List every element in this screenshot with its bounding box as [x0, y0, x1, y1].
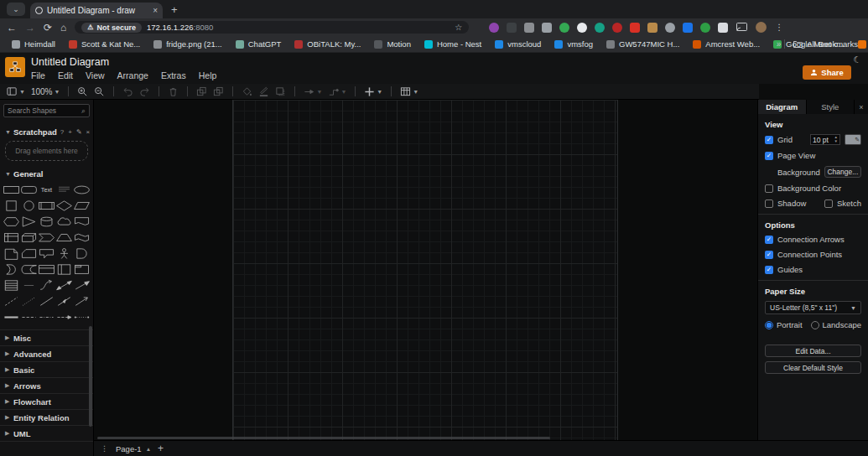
- shape-search[interactable]: ⌕: [3, 104, 90, 117]
- shape-curve[interactable]: [38, 278, 55, 293]
- scratchpad-header[interactable]: ▼ Scratchpad ? + ✎ ×: [0, 124, 93, 139]
- bookmark-item[interactable]: Amcrest Web...: [688, 38, 765, 51]
- shape-cloud[interactable]: [55, 215, 73, 229]
- spinner-arrows[interactable]: ▲▼: [834, 136, 838, 144]
- redo-button[interactable]: [139, 86, 150, 97]
- profile-avatar[interactable]: [756, 22, 767, 33]
- not-secure-badge[interactable]: ⚠ Not secure: [81, 23, 142, 33]
- portrait-radio[interactable]: [765, 321, 773, 329]
- section-advanced[interactable]: ▶Advanced: [0, 346, 93, 362]
- extension-icon[interactable]: [683, 23, 693, 33]
- bookmark-item[interactable]: fridge.png (21...: [148, 38, 227, 51]
- tab-style[interactable]: Style: [807, 100, 855, 114]
- shape-dotted-link[interactable]: [73, 310, 91, 324]
- shape-callout[interactable]: [38, 246, 55, 261]
- shape-arrow[interactable]: [73, 278, 91, 293]
- extension-icon[interactable]: [542, 23, 552, 33]
- shape-process[interactable]: [38, 199, 55, 213]
- shape-bold-link[interactable]: [3, 310, 20, 324]
- section-entity-relation[interactable]: ▶Entity Relation: [0, 410, 93, 426]
- connection-arrows-checkbox[interactable]: ✓: [765, 236, 773, 244]
- extension-icon[interactable]: [700, 23, 710, 33]
- shape-dashed-link[interactable]: [20, 310, 38, 324]
- shape-and[interactable]: [3, 262, 20, 277]
- menu-file[interactable]: File: [31, 70, 45, 80]
- grid-size-input[interactable]: 10 pt ▲▼: [810, 134, 840, 145]
- bookmark-item[interactable]: Home - Nest: [419, 38, 486, 51]
- shape-document[interactable]: [73, 215, 91, 229]
- bookmark-item[interactable]: Scott & Kat Ne...: [64, 38, 145, 51]
- shadow-checkbox[interactable]: [765, 200, 773, 208]
- address-bar[interactable]: ⚠ Not secure 172.16.1.226:8080 ☆: [75, 21, 469, 34]
- pages-menu-icon[interactable]: ⋮: [101, 444, 109, 453]
- cast-icon[interactable]: [736, 23, 747, 32]
- add-page-button[interactable]: +: [158, 443, 164, 454]
- insert-button[interactable]: ▼: [364, 86, 382, 97]
- section-uml[interactable]: ▶UML: [0, 426, 93, 442]
- shape-bidirectional-arrow[interactable]: [55, 278, 73, 293]
- view-button[interactable]: ▼: [7, 86, 25, 97]
- shape-link-arrow[interactable]: [55, 310, 73, 324]
- page-tab[interactable]: Page-1 ▲: [116, 444, 151, 453]
- page-view-checkbox[interactable]: ✓: [765, 152, 773, 160]
- shape-list-item[interactable]: [20, 278, 38, 293]
- shape-ellipse[interactable]: [73, 183, 91, 197]
- document-title[interactable]: Untitled Diagram: [31, 56, 109, 68]
- zoom-in-button[interactable]: [77, 86, 88, 97]
- back-icon[interactable]: ←: [7, 23, 17, 33]
- tab-search-button[interactable]: ⌄: [7, 3, 25, 16]
- landscape-radio[interactable]: [811, 321, 819, 329]
- shape-dotted-line[interactable]: [20, 294, 38, 308]
- section-misc[interactable]: ▶Misc: [0, 330, 93, 346]
- menu-view[interactable]: View: [86, 70, 105, 80]
- shape-directional-line[interactable]: [55, 294, 73, 308]
- add-icon[interactable]: +: [68, 128, 72, 136]
- fill-color-button[interactable]: [242, 86, 252, 97]
- shape-note[interactable]: [3, 246, 20, 261]
- close-icon[interactable]: ×: [86, 128, 91, 136]
- shape-thin-arrow[interactable]: [73, 294, 91, 308]
- horizontal-scrollbar[interactable]: [97, 437, 550, 439]
- to-front-button[interactable]: [196, 86, 207, 97]
- shape-step[interactable]: [38, 231, 55, 245]
- bookmark-item[interactable]: vmsfog: [549, 38, 598, 51]
- section-basic[interactable]: ▶Basic: [0, 362, 93, 378]
- help-icon[interactable]: ?: [60, 128, 64, 136]
- extension-icon[interactable]: [630, 23, 640, 33]
- shape-textbox[interactable]: [55, 183, 73, 197]
- bookmark-item[interactable]: Motion: [369, 38, 416, 51]
- tab-diagram[interactable]: Diagram: [758, 100, 807, 114]
- tab-close-icon[interactable]: ×: [153, 6, 158, 15]
- waypoint-style-button[interactable]: ▼: [328, 86, 346, 97]
- new-tab-button[interactable]: +: [171, 3, 178, 16]
- shape-rounded-rectangle[interactable]: [20, 183, 38, 197]
- shape-triangle[interactable]: [20, 215, 38, 229]
- menu-extras[interactable]: Extras: [161, 70, 186, 80]
- extension-icon[interactable]: [559, 23, 569, 33]
- extension-icon[interactable]: [577, 23, 587, 33]
- shape-line[interactable]: [38, 294, 55, 308]
- shape-vertical-container[interactable]: [55, 262, 73, 277]
- connection-style-button[interactable]: ▼: [304, 86, 322, 97]
- shape-text[interactable]: Text: [38, 183, 55, 197]
- page-grid[interactable]: [232, 100, 618, 440]
- connection-points-checkbox[interactable]: ✓: [765, 251, 773, 259]
- line-color-button[interactable]: [258, 86, 269, 97]
- shape-card[interactable]: [20, 246, 38, 261]
- browser-menu-icon[interactable]: ⋮: [775, 23, 783, 32]
- bookmarks-overflow-chevron[interactable]: »: [777, 39, 782, 49]
- menu-help[interactable]: Help: [199, 70, 217, 80]
- extension-icon[interactable]: [647, 23, 657, 33]
- general-section-header[interactable]: ▼ General: [0, 166, 93, 181]
- shape-internal-storage[interactable]: [3, 231, 20, 245]
- edit-icon[interactable]: ✎: [76, 128, 82, 136]
- extension-icon[interactable]: [595, 23, 605, 33]
- section-arrows[interactable]: ▶Arrows: [0, 378, 93, 394]
- extension-icon[interactable]: [524, 23, 534, 33]
- shape-or[interactable]: [73, 246, 91, 261]
- extension-icon[interactable]: [489, 23, 499, 33]
- zoom-out-button[interactable]: [94, 86, 105, 97]
- bookmark-item[interactable]: Heimdall: [7, 38, 60, 51]
- shape-rectangle[interactable]: [3, 183, 20, 197]
- section-flowchart[interactable]: ▶Flowchart: [0, 394, 93, 410]
